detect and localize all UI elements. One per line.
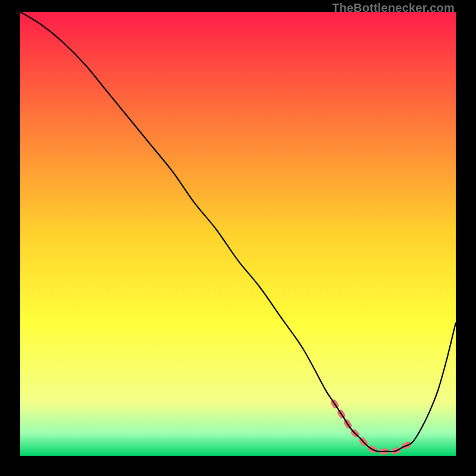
plot-area — [20, 12, 456, 456]
bottleneck-curve — [20, 12, 456, 452]
chart-frame: TheBottlenecker.com — [0, 0, 476, 476]
valley-highlight — [334, 403, 412, 452]
curve-layer — [20, 12, 456, 456]
